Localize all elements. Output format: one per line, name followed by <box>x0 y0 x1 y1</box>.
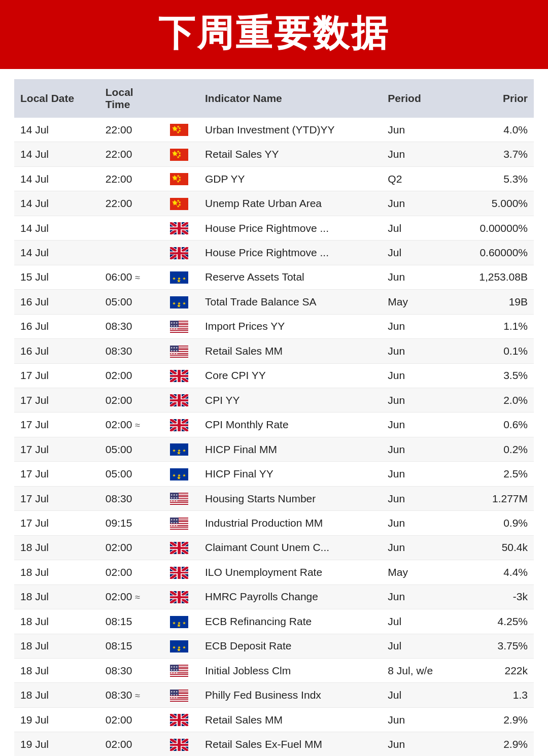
cell-date: 17 Jul <box>14 363 99 388</box>
cell-time: 22:00 <box>99 142 160 166</box>
table-row: 14 Jul22:00 ★ ★ ★ ★ ★ Urban Investment (… <box>14 118 534 142</box>
cell-date: 18 Jul <box>14 658 99 682</box>
cell-time: 08:30 <box>99 658 160 682</box>
cell-prior: 222k <box>456 658 534 682</box>
cell-period: Jul <box>382 634 455 658</box>
cell-prior: 50.4k <box>456 535 534 560</box>
cell-date: 16 Jul <box>14 290 99 314</box>
col-prior: Prior <box>456 79 534 118</box>
cell-date: 17 Jul <box>14 486 99 510</box>
cell-flag: ★ ★ ★ ★ ★ <box>160 166 199 191</box>
table-row: 17 Jul02:00 Core CPI YYJun3.5% <box>14 363 534 388</box>
cell-period: Q2 <box>382 166 455 191</box>
cell-period: Jul <box>382 216 455 240</box>
cell-period: Jul <box>382 683 455 707</box>
cell-time: 02:00 <box>99 535 160 560</box>
cell-flag <box>160 585 199 609</box>
cell-prior: 5.000% <box>456 191 534 216</box>
table-row: 17 Jul08:30 ★★★★★★★★★ Housing Starts Num… <box>14 486 534 510</box>
cell-date: 14 Jul <box>14 118 99 142</box>
cell-date: 18 Jul <box>14 609 99 634</box>
cell-indicator: House Price Rightmove ... <box>199 240 382 265</box>
cell-time: 08:30 ≈ <box>99 683 160 707</box>
table-row: 15 Jul06:00 ≈ ⋆⋆⋆ Reserve Assets TotalJu… <box>14 265 534 289</box>
cell-time: 05:00 <box>99 462 160 486</box>
cell-indicator: Philly Fed Business Indx <box>199 683 382 707</box>
cell-prior: 0.60000% <box>456 240 534 265</box>
cell-prior: 2.9% <box>456 707 534 732</box>
cell-time: 02:00 <box>99 363 160 388</box>
table-row: 19 Jul02:00 Retail Sales Ex-Fuel MMJun2.… <box>14 732 534 756</box>
cell-prior: 3.7% <box>456 142 534 166</box>
cell-flag <box>160 707 199 732</box>
cell-date: 16 Jul <box>14 314 99 338</box>
cell-prior: 2.0% <box>456 388 534 412</box>
cell-indicator: Retail Sales MM <box>199 339 382 363</box>
cell-date: 16 Jul <box>14 339 99 363</box>
cell-indicator: CPI Monthly Rate <box>199 413 382 437</box>
cell-flag: ★★★★★★★★★ <box>160 314 199 338</box>
cell-time: 22:00 <box>99 191 160 216</box>
cell-flag: ★ ★ ★ ★ ★ <box>160 142 199 166</box>
cell-prior: 0.1% <box>456 339 534 363</box>
cell-date: 17 Jul <box>14 462 99 486</box>
cell-flag: ★★★★★★★★★ <box>160 511 199 535</box>
cell-date: 17 Jul <box>14 388 99 412</box>
cell-indicator: Claimant Count Unem C... <box>199 535 382 560</box>
cell-period: Jul <box>382 609 455 634</box>
cell-period: Jun <box>382 413 455 437</box>
cell-indicator: House Price Rightmove ... <box>199 216 382 240</box>
cell-indicator: Import Prices YY <box>199 314 382 338</box>
cell-prior: 0.6% <box>456 413 534 437</box>
table-row: 18 Jul08:30 ≈ ★★★★★★★★★ Philly Fed Busin… <box>14 683 534 707</box>
cell-flag: ★★★★★★★★★ <box>160 339 199 363</box>
table-row: 17 Jul09:15 ★★★★★★★★★ Industrial Product… <box>14 511 534 535</box>
cell-time <box>99 216 160 240</box>
cell-period: Jun <box>382 314 455 338</box>
cell-indicator: Housing Starts Number <box>199 486 382 510</box>
cell-indicator: Core CPI YY <box>199 363 382 388</box>
cell-time: 08:15 <box>99 609 160 634</box>
cell-indicator: Reserve Assets Total <box>199 265 382 289</box>
table-row: 18 Jul02:00 ≈ HMRC Payrolls ChangeJun-3k <box>14 585 534 609</box>
table-row: 19 Jul02:00 Retail Sales MMJun2.9% <box>14 707 534 732</box>
table-row: 14 Jul House Price Rightmove ...Jul0.000… <box>14 216 534 240</box>
cell-prior: 1,253.08B <box>456 265 534 289</box>
cell-period: Jun <box>382 511 455 535</box>
cell-prior: 0.00000% <box>456 216 534 240</box>
cell-period: Jun <box>382 535 455 560</box>
main-container: 下周重要数据 Local Date LocalTime Indicator Na… <box>0 0 548 756</box>
data-table: Local Date LocalTime Indicator Name Peri… <box>14 79 534 756</box>
col-date: Local Date <box>14 79 99 118</box>
cell-flag: ★★★★★★★★★ <box>160 683 199 707</box>
cell-indicator: Retail Sales MM <box>199 707 382 732</box>
table-row: 17 Jul05:00 ⋆⋆⋆ HICP Final YYJun2.5% <box>14 462 534 486</box>
cell-date: 18 Jul <box>14 585 99 609</box>
cell-period: Jul <box>382 240 455 265</box>
cell-prior: 1.277M <box>456 486 534 510</box>
cell-indicator: ECB Refinancing Rate <box>199 609 382 634</box>
cell-indicator: GDP YY <box>199 166 382 191</box>
cell-time: 09:15 <box>99 511 160 535</box>
col-indicator: Indicator Name <box>199 79 382 118</box>
cell-flag: ★ ★ ★ ★ ★ <box>160 118 199 142</box>
table-row: 14 Jul22:00 ★ ★ ★ ★ ★ Unemp Rate Urban A… <box>14 191 534 216</box>
col-period: Period <box>382 79 455 118</box>
table-row: 18 Jul02:00 ILO Unemployment RateMay4.4% <box>14 560 534 585</box>
cell-period: May <box>382 290 455 314</box>
cell-time: 06:00 ≈ <box>99 265 160 289</box>
cell-period: May <box>382 560 455 585</box>
header: 下周重要数据 <box>0 0 548 69</box>
cell-date: 14 Jul <box>14 240 99 265</box>
cell-time: 22:00 <box>99 166 160 191</box>
cell-prior: 5.3% <box>456 166 534 191</box>
table-body: 14 Jul22:00 ★ ★ ★ ★ ★ Urban Investment (… <box>14 118 534 756</box>
table-row: 14 Jul22:00 ★ ★ ★ ★ ★ Retail Sales YYJun… <box>14 142 534 166</box>
table-row: 16 Jul08:30 ★★★★★★★★★ Import Prices YYJu… <box>14 314 534 338</box>
cell-date: 18 Jul <box>14 560 99 585</box>
cell-period: Jun <box>382 585 455 609</box>
table-row: 17 Jul05:00 ⋆⋆⋆ HICP Final MMJun0.2% <box>14 437 534 461</box>
approx-symbol: ≈ <box>135 420 140 430</box>
cell-date: 18 Jul <box>14 634 99 658</box>
cell-prior: 2.9% <box>456 732 534 756</box>
